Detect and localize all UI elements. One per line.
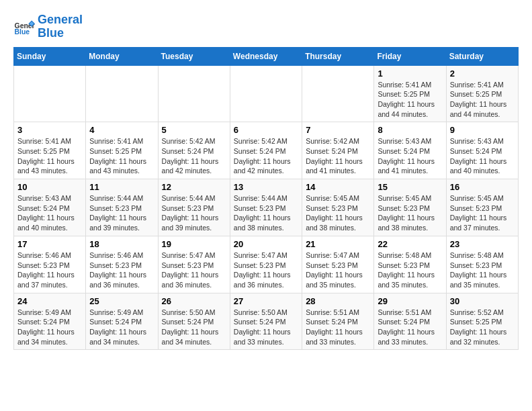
calendar-week-3: 17Sunrise: 5:46 AM Sunset: 5:23 PM Dayli… — [14, 236, 519, 293]
day-info: Sunrise: 5:45 AM Sunset: 5:23 PM Dayligh… — [450, 193, 515, 233]
day-number: 30 — [450, 296, 515, 306]
calendar-cell: 11Sunrise: 5:44 AM Sunset: 5:23 PM Dayli… — [86, 179, 158, 236]
day-number: 23 — [450, 239, 515, 249]
day-number: 13 — [234, 182, 298, 192]
day-info: Sunrise: 5:47 AM Sunset: 5:23 PM Dayligh… — [162, 250, 226, 290]
day-number: 24 — [17, 296, 82, 306]
day-number: 6 — [234, 125, 298, 135]
calendar-cell: 9Sunrise: 5:43 AM Sunset: 5:24 PM Daylig… — [446, 122, 518, 179]
calendar-cell: 26Sunrise: 5:50 AM Sunset: 5:24 PM Dayli… — [158, 293, 230, 350]
calendar-cell: 4Sunrise: 5:41 AM Sunset: 5:25 PM Daylig… — [86, 122, 158, 179]
day-number: 7 — [306, 125, 370, 135]
svg-text:Blue: Blue — [15, 28, 30, 36]
day-number: 15 — [378, 182, 442, 192]
logo: General Blue General Blue — [13, 13, 83, 40]
calendar-cell: 27Sunrise: 5:50 AM Sunset: 5:24 PM Dayli… — [230, 293, 302, 350]
day-info: Sunrise: 5:45 AM Sunset: 5:23 PM Dayligh… — [378, 193, 442, 233]
day-number: 12 — [162, 182, 226, 192]
calendar-cell: 30Sunrise: 5:52 AM Sunset: 5:25 PM Dayli… — [446, 293, 518, 350]
calendar-cell — [230, 65, 302, 122]
day-info: Sunrise: 5:48 AM Sunset: 5:23 PM Dayligh… — [450, 250, 515, 290]
day-number: 25 — [89, 296, 154, 306]
day-info: Sunrise: 5:41 AM Sunset: 5:25 PM Dayligh… — [89, 136, 154, 176]
calendar-cell: 19Sunrise: 5:47 AM Sunset: 5:23 PM Dayli… — [158, 236, 230, 293]
day-number: 4 — [89, 125, 154, 135]
day-info: Sunrise: 5:52 AM Sunset: 5:25 PM Dayligh… — [450, 308, 515, 347]
calendar-cell: 22Sunrise: 5:48 AM Sunset: 5:23 PM Dayli… — [374, 236, 446, 293]
calendar-cell — [86, 65, 158, 122]
day-number: 29 — [378, 296, 442, 306]
page-header: General Blue General Blue — [13, 13, 519, 40]
day-info: Sunrise: 5:44 AM Sunset: 5:23 PM Dayligh… — [89, 193, 154, 233]
day-info: Sunrise: 5:43 AM Sunset: 5:24 PM Dayligh… — [450, 136, 515, 176]
header-thursday: Thursday — [302, 47, 374, 65]
day-number: 1 — [378, 68, 442, 79]
day-info: Sunrise: 5:50 AM Sunset: 5:24 PM Dayligh… — [234, 308, 298, 347]
day-number: 28 — [306, 296, 370, 306]
day-info: Sunrise: 5:49 AM Sunset: 5:24 PM Dayligh… — [89, 308, 154, 347]
calendar-week-2: 10Sunrise: 5:43 AM Sunset: 5:24 PM Dayli… — [14, 179, 519, 236]
day-info: Sunrise: 5:51 AM Sunset: 5:24 PM Dayligh… — [306, 308, 370, 347]
calendar-cell: 1Sunrise: 5:41 AM Sunset: 5:25 PM Daylig… — [374, 65, 446, 122]
calendar-cell — [158, 65, 230, 122]
calendar-cell: 12Sunrise: 5:44 AM Sunset: 5:23 PM Dayli… — [158, 179, 230, 236]
day-number: 19 — [162, 239, 226, 249]
header-wednesday: Wednesday — [230, 47, 302, 65]
calendar-week-1: 3Sunrise: 5:41 AM Sunset: 5:25 PM Daylig… — [14, 122, 519, 179]
calendar-cell: 23Sunrise: 5:48 AM Sunset: 5:23 PM Dayli… — [446, 236, 518, 293]
calendar-header-row: SundayMondayTuesdayWednesdayThursdayFrid… — [14, 47, 519, 65]
day-number: 3 — [17, 125, 82, 135]
day-number: 17 — [17, 239, 82, 249]
calendar-cell — [14, 65, 86, 122]
day-info: Sunrise: 5:47 AM Sunset: 5:23 PM Dayligh… — [306, 250, 370, 290]
calendar-cell: 6Sunrise: 5:42 AM Sunset: 5:24 PM Daylig… — [230, 122, 302, 179]
day-info: Sunrise: 5:48 AM Sunset: 5:23 PM Dayligh… — [378, 250, 442, 290]
calendar-cell: 14Sunrise: 5:45 AM Sunset: 5:23 PM Dayli… — [302, 179, 374, 236]
day-info: Sunrise: 5:46 AM Sunset: 5:23 PM Dayligh… — [89, 250, 154, 290]
calendar-cell: 18Sunrise: 5:46 AM Sunset: 5:23 PM Dayli… — [86, 236, 158, 293]
logo-text-line2: Blue — [38, 27, 83, 40]
header-saturday: Saturday — [446, 47, 518, 65]
day-info: Sunrise: 5:50 AM Sunset: 5:24 PM Dayligh… — [162, 308, 226, 347]
calendar-cell: 3Sunrise: 5:41 AM Sunset: 5:25 PM Daylig… — [14, 122, 86, 179]
calendar-cell: 5Sunrise: 5:42 AM Sunset: 5:24 PM Daylig… — [158, 122, 230, 179]
calendar-cell: 17Sunrise: 5:46 AM Sunset: 5:23 PM Dayli… — [14, 236, 86, 293]
day-number: 20 — [234, 239, 298, 249]
day-info: Sunrise: 5:42 AM Sunset: 5:24 PM Dayligh… — [162, 136, 226, 176]
logo-text-line1: General — [38, 13, 83, 27]
day-number: 27 — [234, 296, 298, 306]
day-number: 22 — [378, 239, 442, 249]
calendar-week-4: 24Sunrise: 5:49 AM Sunset: 5:24 PM Dayli… — [14, 293, 519, 350]
calendar-week-0: 1Sunrise: 5:41 AM Sunset: 5:25 PM Daylig… — [14, 65, 519, 122]
day-info: Sunrise: 5:44 AM Sunset: 5:23 PM Dayligh… — [234, 193, 298, 233]
day-number: 10 — [17, 182, 82, 192]
calendar-table: SundayMondayTuesdayWednesdayThursdayFrid… — [13, 47, 519, 351]
day-info: Sunrise: 5:42 AM Sunset: 5:24 PM Dayligh… — [234, 136, 298, 176]
calendar-cell: 7Sunrise: 5:42 AM Sunset: 5:24 PM Daylig… — [302, 122, 374, 179]
day-number: 14 — [306, 182, 370, 192]
day-number: 18 — [89, 239, 154, 249]
day-number: 26 — [162, 296, 226, 306]
day-info: Sunrise: 5:45 AM Sunset: 5:23 PM Dayligh… — [306, 193, 370, 233]
day-info: Sunrise: 5:49 AM Sunset: 5:24 PM Dayligh… — [17, 308, 82, 347]
calendar-cell: 28Sunrise: 5:51 AM Sunset: 5:24 PM Dayli… — [302, 293, 374, 350]
calendar-cell — [302, 65, 374, 122]
day-info: Sunrise: 5:51 AM Sunset: 5:24 PM Dayligh… — [378, 308, 442, 347]
calendar-cell: 2Sunrise: 5:41 AM Sunset: 5:25 PM Daylig… — [446, 65, 518, 122]
calendar-cell: 15Sunrise: 5:45 AM Sunset: 5:23 PM Dayli… — [374, 179, 446, 236]
calendar-cell: 8Sunrise: 5:43 AM Sunset: 5:24 PM Daylig… — [374, 122, 446, 179]
day-number: 16 — [450, 182, 515, 192]
day-number: 9 — [450, 125, 515, 135]
header-monday: Monday — [86, 47, 158, 65]
day-info: Sunrise: 5:44 AM Sunset: 5:23 PM Dayligh… — [162, 193, 226, 233]
day-info: Sunrise: 5:46 AM Sunset: 5:23 PM Dayligh… — [17, 250, 82, 290]
calendar-cell: 13Sunrise: 5:44 AM Sunset: 5:23 PM Dayli… — [230, 179, 302, 236]
day-number: 21 — [306, 239, 370, 249]
header-sunday: Sunday — [14, 47, 86, 65]
day-number: 11 — [89, 182, 154, 192]
day-number: 5 — [162, 125, 226, 135]
day-info: Sunrise: 5:41 AM Sunset: 5:25 PM Dayligh… — [17, 136, 82, 176]
day-info: Sunrise: 5:41 AM Sunset: 5:25 PM Dayligh… — [378, 80, 442, 120]
logo-icon: General Blue — [13, 16, 35, 38]
day-info: Sunrise: 5:47 AM Sunset: 5:23 PM Dayligh… — [234, 250, 298, 290]
